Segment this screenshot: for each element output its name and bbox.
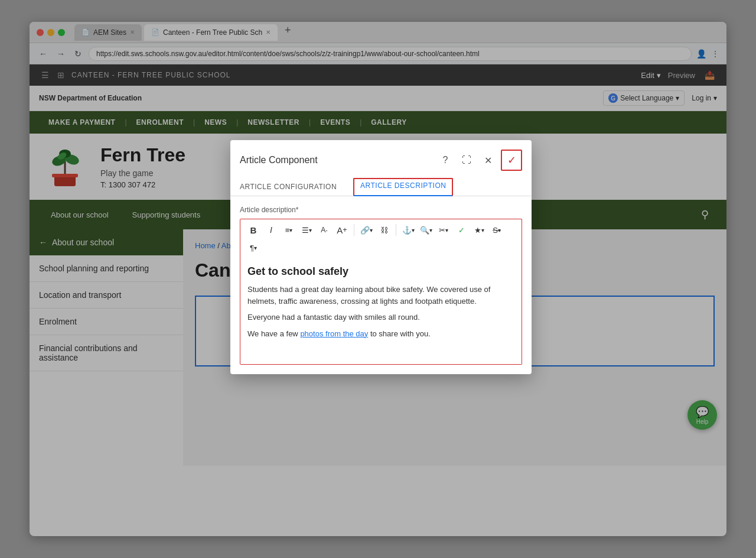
article-heading: Get to school safely: [247, 265, 514, 278]
article-para3: We have a few photos from the day to sha…: [247, 328, 514, 340]
rte-separator: [354, 224, 354, 236]
rte-bold-button[interactable]: B: [245, 222, 262, 238]
modal-close-icon[interactable]: ✕: [480, 152, 496, 168]
article-para1: Students had a great day learning about …: [247, 284, 514, 307]
rte-list-dropdown[interactable]: ☰ ▾: [298, 222, 315, 238]
rte-check-button[interactable]: ✓: [453, 222, 470, 238]
tab-article-description[interactable]: ARTICLE DESCRIPTION: [353, 178, 453, 196]
rte-star-dropdown[interactable]: ★ ▾: [471, 222, 487, 238]
article-para2: Everyone had a fantastic day with smiles…: [247, 312, 514, 323]
rte-link-dropdown[interactable]: 🔗 ▾: [358, 222, 374, 238]
article-component-modal: Article Component ? ⛶ ✕ ✓ ARTICLE CONFIG…: [230, 140, 532, 374]
modal-help-icon[interactable]: ?: [437, 152, 454, 168]
rte-unlink-button[interactable]: ⛓: [376, 222, 392, 238]
modal-title: Article Component: [240, 155, 318, 166]
field-label: Article description*: [240, 206, 522, 214]
rte-font-size-down-button[interactable]: A-: [316, 222, 333, 238]
modal-header-icons: ? ⛶ ✕ ✓: [437, 150, 522, 171]
modal-confirm-button[interactable]: ✓: [501, 150, 522, 171]
rte-font-size-up-button[interactable]: A+: [334, 222, 350, 238]
rte-italic-button[interactable]: I: [263, 222, 279, 238]
rte-paragraph-dropdown[interactable]: ¶ ▾: [245, 239, 262, 256]
rte-content-area[interactable]: Get to school safely Students had a grea…: [240, 258, 522, 365]
tab-article-configuration[interactable]: ARTICLE CONFIGURATION: [240, 178, 344, 196]
rte-anchor-dropdown[interactable]: ⚓ ▾: [400, 222, 416, 238]
modal-tabs: ARTICLE CONFIGURATION ARTICLE DESCRIPTIO…: [230, 178, 532, 196]
modal-body: Article description* B I ≡ ▾ ☰ ▾ A- A+ 🔗…: [230, 196, 532, 374]
rte-find-dropdown[interactable]: 🔍 ▾: [418, 222, 434, 238]
rte-toolbar: B I ≡ ▾ ☰ ▾ A- A+ 🔗 ▾ ⛓ ⚓ ▾ 🔍 ▾ ✂ ▾ ✓ ★ …: [240, 219, 522, 258]
modal-header: Article Component ? ⛶ ✕ ✓: [230, 140, 532, 171]
photos-link[interactable]: photos from the day: [300, 329, 368, 338]
rte-strikethrough-dropdown[interactable]: S ▾: [488, 222, 505, 238]
rte-align-dropdown[interactable]: ≡ ▾: [281, 222, 297, 238]
modal-fullscreen-icon[interactable]: ⛶: [458, 152, 475, 168]
rte-special-char-dropdown[interactable]: ✂ ▾: [435, 222, 452, 238]
